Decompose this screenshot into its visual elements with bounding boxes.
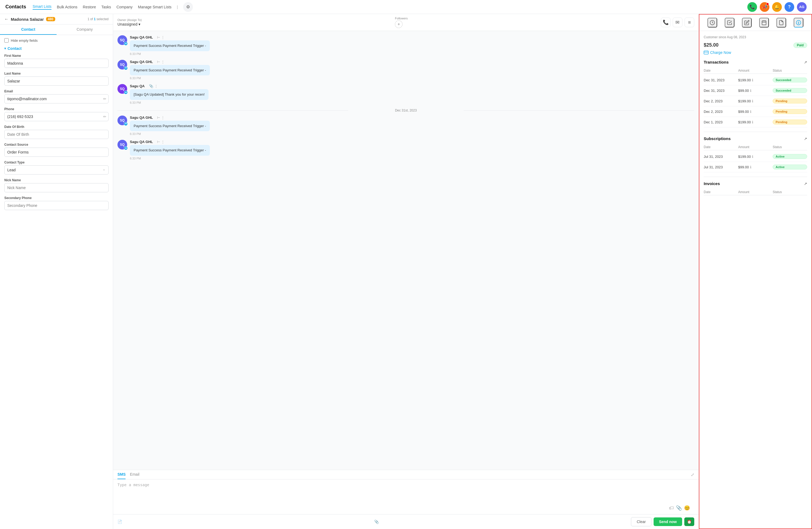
tag-icon[interactable]: 🏷 <box>669 505 674 511</box>
chat-expand-icon[interactable]: ⤢ <box>691 472 694 479</box>
nav-restore[interactable]: Restore <box>83 5 96 9</box>
email-edit-icon[interactable]: ✏ <box>103 97 106 101</box>
t5-status: Pending <box>773 120 807 124</box>
email-action-btn[interactable]: ✉ <box>673 17 682 27</box>
charge-now-btn[interactable]: Charge Now <box>704 50 807 55</box>
msg-action-expand[interactable]: ⊢ <box>157 35 160 39</box>
msg-time: 6:33 PM <box>130 157 694 160</box>
section-label: Contact <box>8 46 21 50</box>
t3-info-icon[interactable]: ℹ <box>752 99 753 103</box>
transaction-row-2: Dec 31, 2023 $99.00 ℹ Succeeded <box>704 85 807 96</box>
msg-action-more[interactable]: ⋮ <box>154 84 158 88</box>
owner-value[interactable]: Unassigned ▾ <box>117 22 142 26</box>
msg-action-expand[interactable]: ⊢ <box>157 60 160 64</box>
t2-date: Dec 31, 2023 <box>704 89 738 93</box>
phone-action-btn[interactable]: 📞 <box>661 17 670 27</box>
back-arrow-icon[interactable]: ← <box>4 17 9 21</box>
invoices-section-header: Invoices ↗ <box>704 181 807 186</box>
secondary-phone-label: Secondary Phone <box>4 196 108 200</box>
chat-textarea[interactable] <box>117 483 694 504</box>
contact-type-select[interactable]: Lead Customer Prospect Partner <box>4 165 108 175</box>
field-secondary-phone: Secondary Phone <box>4 196 108 210</box>
msg-action-more[interactable]: ⋮ <box>161 60 164 64</box>
s1-info-icon[interactable]: ℹ <box>752 155 753 159</box>
nav-tasks[interactable]: Tasks <box>101 5 111 9</box>
msg-avatar: SQ ✉ <box>117 116 127 125</box>
contact-name: Madonna Salazar <box>11 17 44 21</box>
first-name-input-wrap <box>4 59 108 68</box>
clear-button[interactable]: Clear <box>631 517 651 526</box>
checkmark-icon-btn[interactable] <box>725 18 735 28</box>
phone-input[interactable] <box>4 112 108 121</box>
msg-action-expand[interactable]: ⊢ <box>157 116 160 120</box>
avatar-btn[interactable]: AG <box>797 2 807 12</box>
phone-edit-icon[interactable]: ✏ <box>103 115 106 119</box>
transactions-section-header: Transactions ↗ <box>704 60 807 64</box>
hide-empty-row: Hide empty fields <box>4 38 108 43</box>
owner-dropdown-icon: ▾ <box>139 22 140 26</box>
msg-text: Payment Success Payment Received Trigger… <box>130 121 210 131</box>
clock-icon-btn[interactable] <box>708 18 717 28</box>
attachment2-icon[interactable]: 📎 <box>374 519 379 524</box>
charge-now-label: Charge Now <box>710 50 731 55</box>
phone-icon-btn[interactable]: 📞 <box>747 2 757 12</box>
t5-info-icon[interactable]: ℹ <box>752 120 753 124</box>
chat-tab-sms[interactable]: SMS <box>117 472 126 479</box>
nick-name-input[interactable] <box>4 183 108 192</box>
nav-company[interactable]: Company <box>116 5 133 9</box>
tab-company[interactable]: Company <box>57 25 113 35</box>
secondary-phone-input[interactable] <box>4 201 108 210</box>
hide-empty-checkbox[interactable] <box>4 38 9 43</box>
first-name-label: First Name <box>4 54 108 58</box>
subscriptions-expand-icon[interactable]: ↗ <box>804 136 807 141</box>
chat-tab-email[interactable]: Email <box>130 472 139 479</box>
payment-amount: $25.00 <box>704 42 719 48</box>
transactions-expand-icon[interactable]: ↗ <box>804 60 807 64</box>
nav-manage-smart-lists[interactable]: Manage Smart Lists <box>138 5 172 9</box>
send-now-arrow-btn[interactable]: ⏰ <box>684 517 694 526</box>
t4-info-icon[interactable]: ℹ <box>750 109 751 114</box>
msg-action-more[interactable]: ⋮ <box>161 35 164 39</box>
first-name-input[interactable] <box>4 59 108 68</box>
right-panel-body: Customer since Aug 08, 2023 $25.00 Paid … <box>699 31 811 528</box>
msg-avatar-badge: ✉ <box>124 66 128 70</box>
document-icon[interactable]: 📄 <box>117 519 122 524</box>
msg-action-more[interactable]: ⋮ <box>161 116 164 120</box>
dollar-icon-btn[interactable] <box>794 18 803 28</box>
t1-info-icon[interactable]: ℹ <box>752 78 753 82</box>
last-name-input[interactable] <box>4 76 108 86</box>
nav-bulk-actions[interactable]: Bulk Actions <box>57 5 77 9</box>
email-input[interactable] <box>4 94 108 103</box>
s2-amount: $99.00 ℹ <box>738 165 773 169</box>
nav-smart-lists[interactable]: Smart Lists <box>33 4 52 10</box>
attachment-icon[interactable]: 📎 <box>676 505 682 511</box>
invoices-expand-icon[interactable]: ↗ <box>804 181 807 186</box>
msg-action-expand[interactable]: ⊢ <box>157 140 160 144</box>
followers-add-btn[interactable]: + <box>395 20 403 28</box>
document-icon-btn[interactable] <box>777 18 786 28</box>
announce-icon-btn[interactable]: 📣 <box>760 2 769 12</box>
send-now-button[interactable]: Send now <box>654 517 682 526</box>
tab-contact[interactable]: Contact <box>0 25 57 35</box>
pencil-icon-btn[interactable] <box>742 18 752 28</box>
hide-empty-label[interactable]: Hide empty fields <box>11 39 38 43</box>
dob-input[interactable] <box>4 130 108 139</box>
right-panel: Customer since Aug 08, 2023 $25.00 Paid … <box>699 14 812 529</box>
filter-action-btn[interactable]: ≡ <box>684 17 694 27</box>
help-icon-btn[interactable]: ? <box>784 2 794 12</box>
bell-icon-btn[interactable]: 🔔 <box>772 2 782 12</box>
settings-icon-btn[interactable]: ⚙ <box>183 2 193 12</box>
s2-info-icon[interactable]: ℹ <box>750 165 751 169</box>
msg-avatar-badge: ✉ <box>124 90 128 94</box>
section-header-contact[interactable]: ▾ Contact <box>4 46 108 50</box>
contact-source-input[interactable] <box>4 148 108 157</box>
emoji-icon[interactable]: 😊 <box>684 505 690 511</box>
msg-action-attachment[interactable]: 📎 <box>149 84 153 88</box>
contact-source-input-wrap <box>4 148 108 157</box>
phone-input-wrap: ✏ <box>4 112 108 121</box>
msg-action-more[interactable]: ⋮ <box>161 140 164 144</box>
calendar-icon-btn[interactable] <box>759 18 769 28</box>
dob-input-wrap <box>4 130 108 139</box>
paid-badge: Paid <box>794 43 807 48</box>
t2-info-icon[interactable]: ℹ <box>750 89 751 93</box>
